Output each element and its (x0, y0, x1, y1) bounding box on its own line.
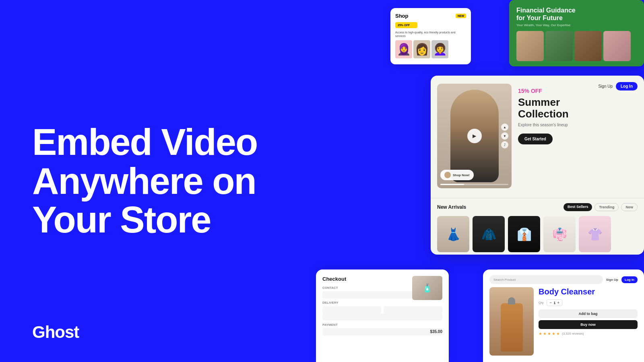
shop-card-badge: NEW (456, 14, 466, 18)
collection-title-line1: Summer (518, 96, 560, 108)
checkout-product-image: 🧴 (412, 276, 442, 300)
qty-label: Qty (539, 301, 543, 304)
arrival-item-4[interactable]: 👘 (543, 216, 576, 252)
shop-card-title: Shop (395, 13, 409, 19)
cleanser-login-btn[interactable]: Log In (621, 276, 638, 283)
arrival-person-1: 👗 (446, 227, 461, 241)
shop-card: Shop NEW 25% OFF Access to high-quality,… (390, 8, 471, 64)
cleanser-product-image (489, 287, 534, 356)
arrivals-tabs: Best Sellers Trending New (564, 203, 638, 211)
checkout-card: Checkout 🧴 Contact Delivery Payment $35.… (316, 269, 449, 362)
arrivals-items: 👗 🧥 👔 👘 👚 (437, 216, 638, 252)
vid-share[interactable]: ⤴ (501, 141, 508, 148)
ghost-logo: Ghost (32, 323, 79, 342)
financial-person-2 (545, 31, 573, 61)
video-controls: ▲ ▼ ⤴ (501, 123, 508, 148)
qty-increase-btn[interactable]: + (557, 300, 559, 305)
arrival-person-3: 👔 (517, 227, 532, 241)
cleanser-card: Search Product Sign Up Log In Body Clean… (483, 269, 644, 362)
financial-people (516, 31, 637, 61)
shop-img-2: 👩 (413, 40, 430, 58)
ecom-get-started-btn[interactable]: Get Started (518, 134, 553, 144)
arrival-person-2: 🧥 (481, 227, 496, 241)
vid-down[interactable]: ▼ (501, 132, 508, 140)
cleanser-search-placeholder: Search Product (493, 278, 516, 282)
arrival-item-1[interactable]: 👗 (437, 216, 469, 252)
review-count: (3,320 reviews) (562, 332, 584, 335)
ecom-signup[interactable]: Sign Up (598, 84, 613, 88)
financial-card: Financial Guidance for Your Future Your … (509, 0, 644, 66)
checkout-delivery-label: Delivery (322, 301, 442, 304)
shop-now-bubble[interactable]: Shop Now! (440, 170, 474, 180)
video-progress-fill (440, 184, 464, 185)
cleanser-qty-row: Qty − 1 + (539, 299, 638, 306)
star-2: ★ (543, 331, 547, 336)
ecom-video-thumbnail[interactable]: ▶ ▲ ▼ ⤴ Shop Now! (437, 84, 512, 188)
checkout-card-field[interactable] (322, 328, 442, 335)
cleanser-rating: ★ ★ ★ ★ ★ (3,320 reviews) (539, 331, 638, 336)
cleanser-card-header: Search Product Sign Up Log In (489, 275, 638, 284)
ecom-hero-content: 15% OFF Summer Collection Explore this s… (512, 84, 638, 148)
shop-img-3: 👩‍🦱 (431, 40, 448, 58)
arrival-item-2[interactable]: 🧥 (473, 216, 505, 252)
person-icon-1: 🧕 (397, 43, 411, 56)
cleanser-product-info: Body Cleanser Qty − 1 + Add to bag Buy n… (539, 287, 638, 356)
play-button[interactable]: ▶ (467, 129, 482, 143)
arrival-item-3[interactable]: 👔 (508, 216, 540, 252)
add-to-bag-button[interactable]: Add to bag (539, 309, 638, 318)
shop-description: Access to high-quality, eco friendly pro… (395, 31, 466, 38)
arrival-item-5[interactable]: 👚 (579, 216, 611, 252)
video-progress-bar (440, 184, 508, 185)
shop-now-text: Shop Now! (453, 173, 470, 177)
person-icon-3: 👩‍🦱 (433, 43, 447, 56)
tab-new[interactable]: New (621, 203, 638, 211)
shop-now-avatar (444, 172, 451, 178)
cleanser-signup-btn[interactable]: Sign Up (606, 278, 618, 282)
star-1: ★ (539, 331, 542, 336)
star-5: ★ (556, 331, 560, 336)
shop-images: 🧕 👩 👩‍🦱 (395, 40, 466, 58)
cleanser-search-input[interactable]: Search Product (489, 275, 603, 284)
financial-person-1 (516, 31, 544, 61)
qty-decrease-btn[interactable]: − (549, 300, 552, 305)
financial-subtitle: Your Wealth, Your Way, Our Expertise (516, 23, 637, 27)
ecom-collection-title: Summer Collection (518, 97, 631, 119)
cleanser-bottle (501, 303, 523, 352)
cleanser-card-body: Body Cleanser Qty − 1 + Add to bag Buy n… (489, 287, 638, 356)
vid-up[interactable]: ▲ (501, 123, 508, 131)
person-icon-2: 👩 (415, 43, 429, 56)
ecommerce-card: Sign Up Log In ▶ ▲ ▼ ⤴ Shop Now! (431, 76, 644, 255)
heading-line1: Embed Video (32, 121, 257, 162)
tab-best-sellers[interactable]: Best Sellers (564, 203, 592, 211)
heading-line2: Anywhere on (32, 160, 256, 202)
checkout-city-field[interactable] (384, 306, 442, 313)
checkout-delivery-row1 (322, 306, 442, 313)
checkout-price: $35.00 (430, 329, 442, 334)
arrival-person-4: 👘 (552, 227, 567, 241)
star-3: ★ (547, 331, 551, 336)
financial-title-text2: for Your Future (516, 14, 563, 21)
qty-control[interactable]: − 1 + (547, 299, 562, 306)
hero-panel: Embed Video Anywhere on Your Store Ghost (0, 0, 350, 362)
shop-promo: 25% OFF (395, 22, 417, 28)
arrivals-title: New Arrivals (437, 204, 466, 210)
checkout-address-field[interactable] (322, 313, 442, 321)
arrivals-header: New Arrivals Best Sellers Trending New (437, 203, 638, 211)
financial-title: Financial Guidance for Your Future (516, 6, 637, 22)
hero-heading: Embed Video Anywhere on Your Store (32, 123, 318, 239)
star-4: ★ (552, 331, 555, 336)
buy-now-button[interactable]: Buy now (539, 320, 638, 329)
ecom-login[interactable]: Log In (616, 82, 638, 90)
collection-title-line2: Collection (518, 108, 569, 120)
ecom-collection-subtitle: Explore this season's lineup (518, 123, 631, 127)
tab-trending[interactable]: Trending (594, 203, 619, 211)
ecom-arrivals-section: New Arrivals Best Sellers Trending New 👗… (431, 198, 644, 255)
ecom-hero-section: ▶ ▲ ▼ ⤴ Shop Now! 15% OFF Summer Collect… (431, 76, 644, 195)
qty-value: 1 (553, 301, 555, 305)
ecom-nav: Sign Up Log In (598, 82, 638, 90)
financial-title-text: Financial Guidance (516, 7, 576, 14)
shop-img-1: 🧕 (395, 40, 412, 58)
checkout-country-field[interactable] (322, 306, 381, 313)
arrival-person-5: 👚 (588, 227, 603, 241)
checkout-payment-label: Payment (322, 323, 442, 327)
